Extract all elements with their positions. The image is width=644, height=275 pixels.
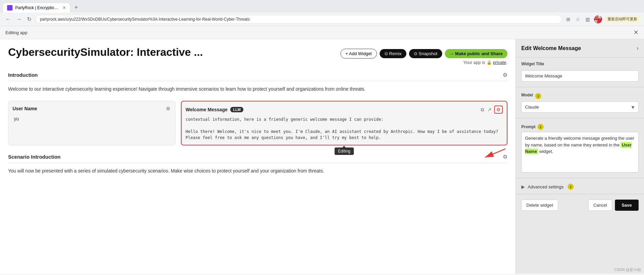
editing-tooltip: Editing	[335, 147, 354, 155]
title-actions: + Add Widget ⊙ Remix ⊙ Snapshot → Make p…	[340, 49, 507, 59]
refresh-content-icon[interactable]: ↗	[487, 106, 492, 114]
widget-title-input[interactable]	[521, 70, 639, 82]
section-title-scenario: Scenario Introduction	[8, 154, 61, 160]
section-settings-icon-scenario[interactable]: ⚙	[503, 154, 507, 160]
app-header-bar: Editing app ✕	[0, 26, 644, 39]
model-label: Model	[521, 93, 533, 97]
address-bar: ← → ↻ partyrock.aws/u/yu222/WxSDoDBUs/Cy…	[0, 13, 644, 26]
right-sidebar: Edit Welcome Message › Widget Title Mode…	[516, 39, 644, 274]
section-content-scenario: You will now be presented with a series …	[8, 167, 507, 175]
sidebar-title: Edit Welcome Message	[521, 45, 581, 51]
section-divider-2	[516, 118, 644, 118]
prompt-textarea[interactable]: Generate a friendly welcome message gree…	[521, 132, 639, 173]
snapshot-button[interactable]: ⊙ Snapshot	[409, 49, 442, 58]
make-public-button[interactable]: → Make public and Share	[445, 49, 508, 58]
copy-icon[interactable]: ⧉	[480, 106, 485, 114]
model-label-row: Model i	[521, 93, 639, 99]
section-settings-icon-introduction[interactable]: ⚙	[503, 72, 507, 78]
advanced-info-icon[interactable]: i	[568, 184, 574, 190]
prompt-section: Prompt i Generate a friendly welcome mes…	[516, 120, 644, 177]
prompt-label: Prompt	[521, 124, 535, 129]
widget-title-label-row: Widget Title	[521, 62, 639, 68]
forward-button[interactable]: →	[15, 15, 23, 24]
model-info-icon[interactable]: i	[535, 93, 541, 99]
delete-widget-button[interactable]: Delete widget	[521, 200, 558, 211]
welcome-message-settings-icon[interactable]: ⚙	[494, 106, 503, 114]
refresh-button[interactable]: ↻	[26, 15, 33, 24]
section-header-introduction: Introduction ⚙	[8, 72, 507, 81]
tab-close-icon[interactable]: ✕	[63, 5, 66, 10]
section-title-introduction: Introduction	[8, 72, 38, 78]
browser-actions: ⊞ ☆ ▥ 已暂存 重新启动即可更新	[565, 15, 640, 23]
cancel-button[interactable]: Cancel	[588, 200, 612, 211]
user-name-widget-title: User Name	[13, 106, 37, 111]
browser-chrome: PartyRock | Encryption Decry ✕ + ← → ↻ p…	[0, 0, 644, 26]
prompt-text-after: widget.	[538, 149, 553, 154]
private-notice: Your app is 🔒 private.	[463, 60, 507, 65]
tab-favicon	[7, 5, 13, 10]
add-widget-button[interactable]: + Add Widget	[340, 49, 377, 59]
url-text: partyrock.aws/u/yu222/WxSDoDBUs/Cybersec…	[40, 17, 558, 22]
section-divider-1	[516, 87, 644, 87]
user-name-widget-header: User Name ⚙	[13, 105, 171, 112]
new-tab-button[interactable]: +	[72, 3, 81, 13]
advanced-settings-label: Advanced settings	[528, 184, 564, 189]
welcome-message-widget-header: Welcome Message LLM ⧉ ↗ ⚙	[186, 106, 503, 114]
user-name-widget-actions: ⚙	[165, 105, 171, 112]
browser-tab[interactable]: PartyRock | Encryption Decry ✕	[3, 3, 70, 13]
prompt-text-before: Generate a friendly welcome message gree…	[525, 136, 634, 147]
welcome-message-widget-actions: ⧉ ↗ ⚙	[480, 106, 503, 114]
widget-title-label: Widget Title	[521, 62, 544, 66]
sidebar-close-button[interactable]: ›	[637, 45, 639, 52]
model-section: Model i Claude Titan Llama ▼	[516, 89, 644, 117]
watermark: CSDN @是Yu欸	[614, 267, 641, 272]
close-editing-button[interactable]: ✕	[634, 29, 639, 36]
refresh-notice: 重新启动即可更新	[605, 16, 640, 22]
app-title-row: CybersecuritySimulator: Interactive ... …	[8, 46, 507, 65]
tab-bar: PartyRock | Encryption Decry ✕ +	[0, 0, 644, 13]
model-select[interactable]: Claude Titan Llama	[521, 101, 639, 113]
remix-button[interactable]: ⊙ Remix	[380, 49, 406, 58]
section-content-introduction: Welcome to our interactive cybersecurity…	[8, 85, 507, 93]
sidebar-toggle-icon[interactable]: ▥	[584, 15, 591, 23]
main-layout: CybersecuritySimulator: Interactive ... …	[0, 39, 644, 274]
introduction-section: Introduction ⚙ Welcome to our interactiv…	[8, 72, 507, 93]
bookmark-icon[interactable]: ☆	[574, 15, 581, 23]
widgets-row: User Name ⚙ yu Welcome Message LLM ⧉	[8, 101, 507, 145]
llm-badge: LLM	[230, 107, 243, 112]
user-name-value: yu	[13, 115, 171, 123]
sidebar-header: Edit Welcome Message ›	[516, 39, 644, 58]
save-button[interactable]: Save	[615, 200, 639, 211]
user-badge[interactable]: 已暂存	[594, 15, 602, 23]
user-name-widget: User Name ⚙ yu	[8, 101, 175, 145]
user-name-settings-icon[interactable]: ⚙	[165, 105, 171, 112]
scenario-intro-section: Scenario Introduction ⚙ You will now be …	[8, 154, 507, 175]
prompt-info-icon[interactable]: i	[538, 124, 544, 130]
translate-icon[interactable]: ⊞	[565, 15, 572, 23]
section-divider-3	[516, 178, 644, 178]
tab-title: PartyRock | Encryption Decry	[15, 5, 58, 10]
welcome-message-widget-title: Welcome Message	[186, 107, 228, 112]
model-select-wrap: Claude Titan Llama ▼	[521, 101, 639, 113]
chevron-right-icon: ▶	[521, 184, 525, 189]
back-button[interactable]: ←	[4, 15, 12, 24]
prompt-label-row: Prompt i	[521, 124, 639, 130]
welcome-message-content: contextual information, here is a friend…	[186, 116, 503, 141]
editing-app-label: Editing app	[5, 30, 27, 35]
app-title: CybersecuritySimulator: Interactive ...	[8, 46, 203, 59]
url-bar[interactable]: partyrock.aws/u/yu222/WxSDoDBUs/Cybersec…	[35, 15, 562, 24]
advanced-settings[interactable]: ▶ Advanced settings i	[516, 180, 644, 194]
content-area: CybersecuritySimulator: Interactive ... …	[0, 39, 516, 274]
footer-right-buttons: Cancel Save	[588, 200, 639, 211]
section-header-scenario: Scenario Introduction ⚙	[8, 154, 507, 163]
widget-title-section: Widget Title	[516, 58, 644, 86]
sidebar-footer: Delete widget Cancel Save	[516, 194, 644, 216]
private-link[interactable]: private	[493, 60, 506, 65]
welcome-message-widget: Welcome Message LLM ⧉ ↗ ⚙ contextual inf…	[181, 101, 507, 145]
